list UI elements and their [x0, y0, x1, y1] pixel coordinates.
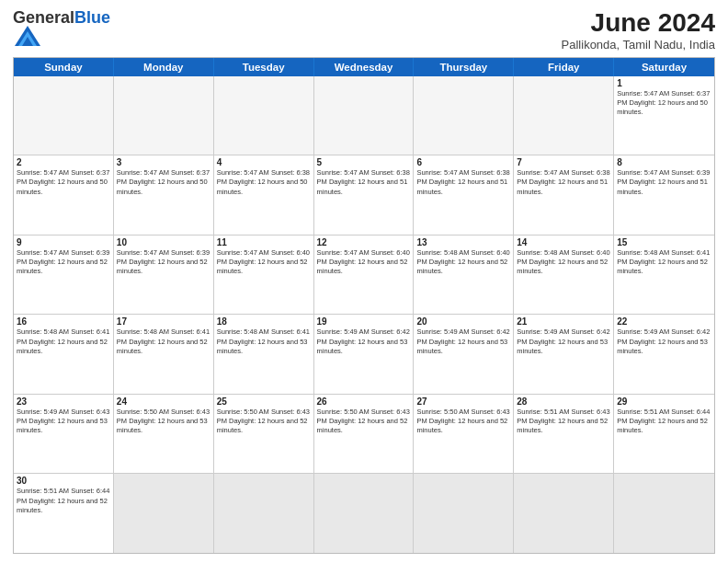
day-number: 29	[617, 396, 711, 407]
day-cell-21: 21Sunrise: 5:49 AM Sunset: 6:42 PM Dayli…	[514, 315, 614, 394]
day-cell-17: 17Sunrise: 5:48 AM Sunset: 6:41 PM Dayli…	[114, 315, 214, 394]
day-number: 12	[317, 237, 411, 247]
calendar-row-5: 30Sunrise: 5:51 AM Sunset: 6:44 PM Dayli…	[14, 474, 714, 553]
day-cell-23: 23Sunrise: 5:49 AM Sunset: 6:43 PM Dayli…	[14, 395, 114, 474]
day-number: 6	[416, 157, 510, 167]
weekday-header-monday: Monday	[114, 58, 214, 76]
day-number: 27	[416, 396, 510, 407]
day-info: Sunrise: 5:47 AM Sunset: 6:40 PM Dayligh…	[217, 248, 311, 276]
day-cell-1: 1Sunrise: 5:47 AM Sunset: 6:37 PM Daylig…	[614, 76, 714, 155]
day-number: 16	[17, 316, 110, 327]
day-info: Sunrise: 5:50 AM Sunset: 6:43 PM Dayligh…	[117, 408, 210, 435]
day-cell-3: 3Sunrise: 5:47 AM Sunset: 6:37 PM Daylig…	[114, 155, 214, 235]
calendar-row-2: 9Sunrise: 5:47 AM Sunset: 6:39 PM Daylig…	[14, 236, 714, 316]
calendar-header-row: SundayMondayTuesdayWednesdayThursdayFrid…	[14, 58, 714, 76]
empty-cell-r0c3	[314, 76, 415, 155]
day-info: Sunrise: 5:49 AM Sunset: 6:42 PM Dayligh…	[517, 327, 610, 355]
day-cell-27: 27Sunrise: 5:50 AM Sunset: 6:43 PM Dayli…	[414, 395, 514, 474]
day-info: Sunrise: 5:49 AM Sunset: 6:42 PM Dayligh…	[617, 327, 711, 355]
day-info: Sunrise: 5:48 AM Sunset: 6:40 PM Dayligh…	[416, 248, 510, 276]
calendar-row-0: 1Sunrise: 5:47 AM Sunset: 6:37 PM Daylig…	[14, 76, 714, 156]
empty-cell-r0c1	[114, 76, 214, 155]
empty-cell-r5c1	[114, 474, 214, 553]
day-number: 30	[17, 476, 110, 486]
day-number: 26	[317, 396, 411, 407]
day-cell-30: 30Sunrise: 5:51 AM Sunset: 6:44 PM Dayli…	[14, 474, 114, 553]
day-number: 10	[117, 237, 210, 247]
day-cell-14: 14Sunrise: 5:48 AM Sunset: 6:40 PM Dayli…	[514, 236, 614, 315]
day-number: 19	[317, 316, 411, 327]
day-cell-11: 11Sunrise: 5:47 AM Sunset: 6:40 PM Dayli…	[214, 236, 314, 315]
day-number: 15	[617, 237, 711, 247]
day-info: Sunrise: 5:49 AM Sunset: 6:43 PM Dayligh…	[17, 408, 110, 435]
day-number: 28	[517, 396, 610, 407]
day-info: Sunrise: 5:50 AM Sunset: 6:43 PM Dayligh…	[317, 408, 411, 435]
day-info: Sunrise: 5:47 AM Sunset: 6:37 PM Dayligh…	[617, 89, 711, 117]
calendar-row-3: 16Sunrise: 5:48 AM Sunset: 6:41 PM Dayli…	[14, 315, 714, 395]
day-cell-29: 29Sunrise: 5:51 AM Sunset: 6:44 PM Dayli…	[614, 395, 714, 474]
day-info: Sunrise: 5:47 AM Sunset: 6:39 PM Dayligh…	[17, 248, 110, 276]
day-cell-25: 25Sunrise: 5:50 AM Sunset: 6:43 PM Dayli…	[214, 395, 314, 474]
day-number: 2	[17, 157, 110, 167]
day-cell-15: 15Sunrise: 5:48 AM Sunset: 6:41 PM Dayli…	[614, 236, 714, 315]
calendar-subtitle: Pallikonda, Tamil Nadu, India	[562, 38, 715, 52]
day-cell-7: 7Sunrise: 5:47 AM Sunset: 6:38 PM Daylig…	[514, 155, 614, 235]
day-number: 13	[416, 237, 510, 247]
day-info: Sunrise: 5:51 AM Sunset: 6:44 PM Dayligh…	[17, 487, 110, 514]
day-number: 18	[217, 316, 311, 327]
logo-icon	[15, 26, 40, 46]
day-info: Sunrise: 5:47 AM Sunset: 6:38 PM Dayligh…	[217, 168, 311, 196]
day-number: 20	[416, 316, 510, 327]
day-info: Sunrise: 5:47 AM Sunset: 6:39 PM Dayligh…	[117, 248, 210, 276]
day-cell-22: 22Sunrise: 5:49 AM Sunset: 6:42 PM Dayli…	[614, 315, 714, 394]
weekday-header-wednesday: Wednesday	[314, 58, 415, 76]
day-number: 24	[117, 396, 210, 407]
day-info: Sunrise: 5:47 AM Sunset: 6:38 PM Dayligh…	[317, 168, 411, 196]
day-info: Sunrise: 5:48 AM Sunset: 6:41 PM Dayligh…	[617, 248, 711, 276]
day-number: 1	[617, 78, 711, 88]
empty-cell-r5c5	[514, 474, 614, 553]
day-cell-13: 13Sunrise: 5:48 AM Sunset: 6:40 PM Dayli…	[414, 236, 514, 315]
logo-text: GeneralBlue	[13, 9, 110, 26]
day-info: Sunrise: 5:48 AM Sunset: 6:41 PM Dayligh…	[17, 327, 110, 355]
day-cell-18: 18Sunrise: 5:48 AM Sunset: 6:41 PM Dayli…	[214, 315, 314, 394]
day-cell-8: 8Sunrise: 5:47 AM Sunset: 6:39 PM Daylig…	[614, 155, 714, 235]
day-cell-6: 6Sunrise: 5:47 AM Sunset: 6:38 PM Daylig…	[414, 155, 514, 235]
empty-cell-r5c6	[614, 474, 714, 553]
day-info: Sunrise: 5:47 AM Sunset: 6:40 PM Dayligh…	[317, 248, 411, 276]
day-info: Sunrise: 5:49 AM Sunset: 6:42 PM Dayligh…	[317, 327, 411, 355]
day-cell-12: 12Sunrise: 5:47 AM Sunset: 6:40 PM Dayli…	[314, 236, 415, 315]
day-number: 17	[117, 316, 210, 327]
day-cell-28: 28Sunrise: 5:51 AM Sunset: 6:43 PM Dayli…	[514, 395, 614, 474]
weekday-header-tuesday: Tuesday	[214, 58, 314, 76]
day-number: 3	[117, 157, 210, 167]
day-number: 22	[617, 316, 711, 327]
calendar-title: June 2024	[562, 9, 715, 38]
day-number: 14	[517, 237, 610, 247]
day-info: Sunrise: 5:47 AM Sunset: 6:38 PM Dayligh…	[416, 168, 510, 196]
day-number: 7	[517, 157, 610, 167]
day-cell-9: 9Sunrise: 5:47 AM Sunset: 6:39 PM Daylig…	[14, 236, 114, 315]
empty-cell-r0c0	[14, 76, 114, 155]
day-number: 5	[317, 157, 411, 167]
calendar-body: 1Sunrise: 5:47 AM Sunset: 6:37 PM Daylig…	[14, 76, 714, 553]
weekday-header-sunday: Sunday	[14, 58, 114, 76]
calendar-row-1: 2Sunrise: 5:47 AM Sunset: 6:37 PM Daylig…	[14, 155, 714, 236]
day-info: Sunrise: 5:47 AM Sunset: 6:37 PM Dayligh…	[17, 168, 110, 196]
day-number: 9	[17, 237, 110, 247]
day-info: Sunrise: 5:49 AM Sunset: 6:42 PM Dayligh…	[416, 327, 510, 355]
logo-blue: Blue	[74, 8, 110, 27]
day-number: 21	[517, 316, 610, 327]
calendar: SundayMondayTuesdayWednesdayThursdayFrid…	[13, 57, 715, 554]
day-cell-10: 10Sunrise: 5:47 AM Sunset: 6:39 PM Dayli…	[114, 236, 214, 315]
empty-cell-r0c5	[514, 76, 614, 155]
day-cell-4: 4Sunrise: 5:47 AM Sunset: 6:38 PM Daylig…	[214, 155, 314, 235]
weekday-header-friday: Friday	[514, 58, 614, 76]
day-info: Sunrise: 5:47 AM Sunset: 6:37 PM Dayligh…	[117, 168, 210, 196]
day-info: Sunrise: 5:51 AM Sunset: 6:44 PM Dayligh…	[617, 408, 711, 435]
empty-cell-r5c4	[414, 474, 514, 553]
day-cell-16: 16Sunrise: 5:48 AM Sunset: 6:41 PM Dayli…	[14, 315, 114, 394]
empty-cell-r5c3	[314, 474, 415, 553]
page: GeneralBlue June 2024 Pallikonda, Tamil …	[0, 0, 728, 563]
day-cell-26: 26Sunrise: 5:50 AM Sunset: 6:43 PM Dayli…	[314, 395, 415, 474]
